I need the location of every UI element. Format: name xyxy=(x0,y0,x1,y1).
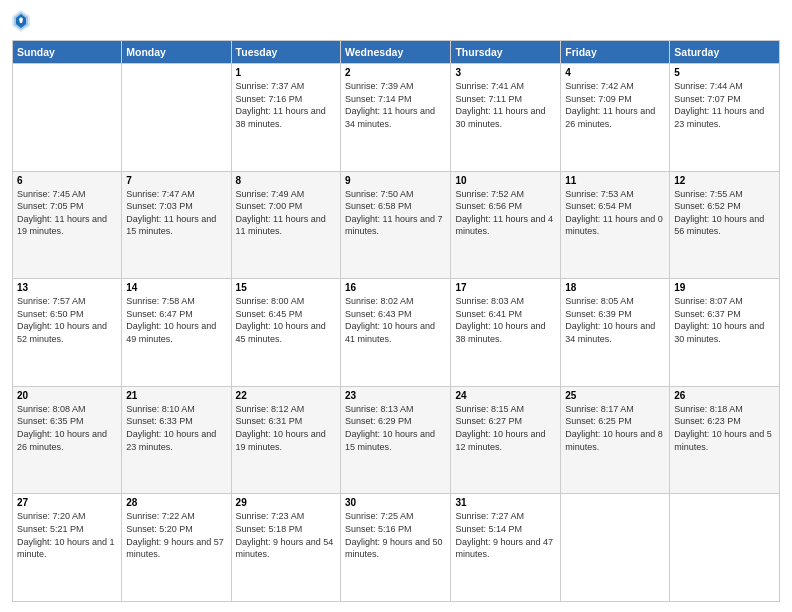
day-info: Sunrise: 7:45 AM Sunset: 7:05 PM Dayligh… xyxy=(17,188,117,238)
day-info: Sunrise: 8:12 AM Sunset: 6:31 PM Dayligh… xyxy=(236,403,336,453)
day-number: 2 xyxy=(345,67,446,78)
day-info: Sunrise: 8:05 AM Sunset: 6:39 PM Dayligh… xyxy=(565,295,665,345)
calendar-cell: 14Sunrise: 7:58 AM Sunset: 6:47 PM Dayli… xyxy=(122,279,231,387)
day-number: 9 xyxy=(345,175,446,186)
day-info: Sunrise: 8:18 AM Sunset: 6:23 PM Dayligh… xyxy=(674,403,775,453)
day-info: Sunrise: 8:07 AM Sunset: 6:37 PM Dayligh… xyxy=(674,295,775,345)
calendar-cell: 25Sunrise: 8:17 AM Sunset: 6:25 PM Dayli… xyxy=(561,386,670,494)
page: SundayMondayTuesdayWednesdayThursdayFrid… xyxy=(0,0,792,612)
weekday-header-thursday: Thursday xyxy=(451,41,561,64)
calendar-cell: 17Sunrise: 8:03 AM Sunset: 6:41 PM Dayli… xyxy=(451,279,561,387)
calendar-cell: 16Sunrise: 8:02 AM Sunset: 6:43 PM Dayli… xyxy=(341,279,451,387)
day-number: 14 xyxy=(126,282,226,293)
calendar-cell: 28Sunrise: 7:22 AM Sunset: 5:20 PM Dayli… xyxy=(122,494,231,602)
day-number: 21 xyxy=(126,390,226,401)
day-number: 10 xyxy=(455,175,556,186)
day-info: Sunrise: 7:44 AM Sunset: 7:07 PM Dayligh… xyxy=(674,80,775,130)
day-info: Sunrise: 8:00 AM Sunset: 6:45 PM Dayligh… xyxy=(236,295,336,345)
day-info: Sunrise: 7:58 AM Sunset: 6:47 PM Dayligh… xyxy=(126,295,226,345)
calendar-cell xyxy=(122,64,231,172)
day-number: 8 xyxy=(236,175,336,186)
calendar-cell xyxy=(670,494,780,602)
day-info: Sunrise: 7:55 AM Sunset: 6:52 PM Dayligh… xyxy=(674,188,775,238)
weekday-header-friday: Friday xyxy=(561,41,670,64)
day-info: Sunrise: 7:47 AM Sunset: 7:03 PM Dayligh… xyxy=(126,188,226,238)
day-info: Sunrise: 7:52 AM Sunset: 6:56 PM Dayligh… xyxy=(455,188,556,238)
logo-icon xyxy=(12,10,30,32)
calendar-cell: 24Sunrise: 8:15 AM Sunset: 6:27 PM Dayli… xyxy=(451,386,561,494)
day-number: 5 xyxy=(674,67,775,78)
calendar-cell: 1Sunrise: 7:37 AM Sunset: 7:16 PM Daylig… xyxy=(231,64,340,172)
day-info: Sunrise: 8:02 AM Sunset: 6:43 PM Dayligh… xyxy=(345,295,446,345)
day-number: 7 xyxy=(126,175,226,186)
day-info: Sunrise: 7:23 AM Sunset: 5:18 PM Dayligh… xyxy=(236,510,336,560)
day-info: Sunrise: 8:17 AM Sunset: 6:25 PM Dayligh… xyxy=(565,403,665,453)
calendar-body: 1Sunrise: 7:37 AM Sunset: 7:16 PM Daylig… xyxy=(13,64,780,602)
day-number: 6 xyxy=(17,175,117,186)
day-info: Sunrise: 7:50 AM Sunset: 6:58 PM Dayligh… xyxy=(345,188,446,238)
day-number: 31 xyxy=(455,497,556,508)
calendar-cell: 27Sunrise: 7:20 AM Sunset: 5:21 PM Dayli… xyxy=(13,494,122,602)
day-info: Sunrise: 7:27 AM Sunset: 5:14 PM Dayligh… xyxy=(455,510,556,560)
logo xyxy=(12,10,35,32)
week-row-3: 13Sunrise: 7:57 AM Sunset: 6:50 PM Dayli… xyxy=(13,279,780,387)
day-number: 17 xyxy=(455,282,556,293)
day-number: 4 xyxy=(565,67,665,78)
calendar-table: SundayMondayTuesdayWednesdayThursdayFrid… xyxy=(12,40,780,602)
weekday-header-sunday: Sunday xyxy=(13,41,122,64)
calendar-cell: 22Sunrise: 8:12 AM Sunset: 6:31 PM Dayli… xyxy=(231,386,340,494)
day-info: Sunrise: 7:49 AM Sunset: 7:00 PM Dayligh… xyxy=(236,188,336,238)
week-row-2: 6Sunrise: 7:45 AM Sunset: 7:05 PM Daylig… xyxy=(13,171,780,279)
day-info: Sunrise: 7:41 AM Sunset: 7:11 PM Dayligh… xyxy=(455,80,556,130)
day-number: 1 xyxy=(236,67,336,78)
day-number: 18 xyxy=(565,282,665,293)
calendar-cell: 5Sunrise: 7:44 AM Sunset: 7:07 PM Daylig… xyxy=(670,64,780,172)
calendar-cell: 29Sunrise: 7:23 AM Sunset: 5:18 PM Dayli… xyxy=(231,494,340,602)
week-row-4: 20Sunrise: 8:08 AM Sunset: 6:35 PM Dayli… xyxy=(13,386,780,494)
day-info: Sunrise: 7:53 AM Sunset: 6:54 PM Dayligh… xyxy=(565,188,665,238)
calendar-cell: 13Sunrise: 7:57 AM Sunset: 6:50 PM Dayli… xyxy=(13,279,122,387)
calendar-cell: 18Sunrise: 8:05 AM Sunset: 6:39 PM Dayli… xyxy=(561,279,670,387)
day-number: 29 xyxy=(236,497,336,508)
calendar-cell: 4Sunrise: 7:42 AM Sunset: 7:09 PM Daylig… xyxy=(561,64,670,172)
week-row-1: 1Sunrise: 7:37 AM Sunset: 7:16 PM Daylig… xyxy=(13,64,780,172)
calendar-cell: 15Sunrise: 8:00 AM Sunset: 6:45 PM Dayli… xyxy=(231,279,340,387)
day-info: Sunrise: 7:37 AM Sunset: 7:16 PM Dayligh… xyxy=(236,80,336,130)
weekday-header-wednesday: Wednesday xyxy=(341,41,451,64)
calendar-cell: 8Sunrise: 7:49 AM Sunset: 7:00 PM Daylig… xyxy=(231,171,340,279)
weekday-header-monday: Monday xyxy=(122,41,231,64)
calendar-cell: 21Sunrise: 8:10 AM Sunset: 6:33 PM Dayli… xyxy=(122,386,231,494)
day-info: Sunrise: 8:13 AM Sunset: 6:29 PM Dayligh… xyxy=(345,403,446,453)
calendar-cell: 19Sunrise: 8:07 AM Sunset: 6:37 PM Dayli… xyxy=(670,279,780,387)
calendar-cell xyxy=(13,64,122,172)
day-number: 11 xyxy=(565,175,665,186)
calendar-cell: 3Sunrise: 7:41 AM Sunset: 7:11 PM Daylig… xyxy=(451,64,561,172)
day-number: 15 xyxy=(236,282,336,293)
weekday-header-row: SundayMondayTuesdayWednesdayThursdayFrid… xyxy=(13,41,780,64)
day-number: 26 xyxy=(674,390,775,401)
calendar-cell: 30Sunrise: 7:25 AM Sunset: 5:16 PM Dayli… xyxy=(341,494,451,602)
weekday-header-saturday: Saturday xyxy=(670,41,780,64)
day-number: 16 xyxy=(345,282,446,293)
day-number: 13 xyxy=(17,282,117,293)
day-number: 30 xyxy=(345,497,446,508)
calendar-cell: 26Sunrise: 8:18 AM Sunset: 6:23 PM Dayli… xyxy=(670,386,780,494)
day-number: 20 xyxy=(17,390,117,401)
day-info: Sunrise: 7:20 AM Sunset: 5:21 PM Dayligh… xyxy=(17,510,117,560)
day-number: 22 xyxy=(236,390,336,401)
day-info: Sunrise: 8:03 AM Sunset: 6:41 PM Dayligh… xyxy=(455,295,556,345)
day-info: Sunrise: 7:42 AM Sunset: 7:09 PM Dayligh… xyxy=(565,80,665,130)
day-number: 19 xyxy=(674,282,775,293)
day-number: 25 xyxy=(565,390,665,401)
day-info: Sunrise: 7:25 AM Sunset: 5:16 PM Dayligh… xyxy=(345,510,446,560)
calendar-cell: 23Sunrise: 8:13 AM Sunset: 6:29 PM Dayli… xyxy=(341,386,451,494)
calendar-cell: 31Sunrise: 7:27 AM Sunset: 5:14 PM Dayli… xyxy=(451,494,561,602)
calendar-header: SundayMondayTuesdayWednesdayThursdayFrid… xyxy=(13,41,780,64)
header xyxy=(12,10,780,32)
day-info: Sunrise: 8:10 AM Sunset: 6:33 PM Dayligh… xyxy=(126,403,226,453)
day-info: Sunrise: 7:57 AM Sunset: 6:50 PM Dayligh… xyxy=(17,295,117,345)
day-number: 3 xyxy=(455,67,556,78)
day-number: 27 xyxy=(17,497,117,508)
day-info: Sunrise: 8:08 AM Sunset: 6:35 PM Dayligh… xyxy=(17,403,117,453)
calendar-cell: 7Sunrise: 7:47 AM Sunset: 7:03 PM Daylig… xyxy=(122,171,231,279)
